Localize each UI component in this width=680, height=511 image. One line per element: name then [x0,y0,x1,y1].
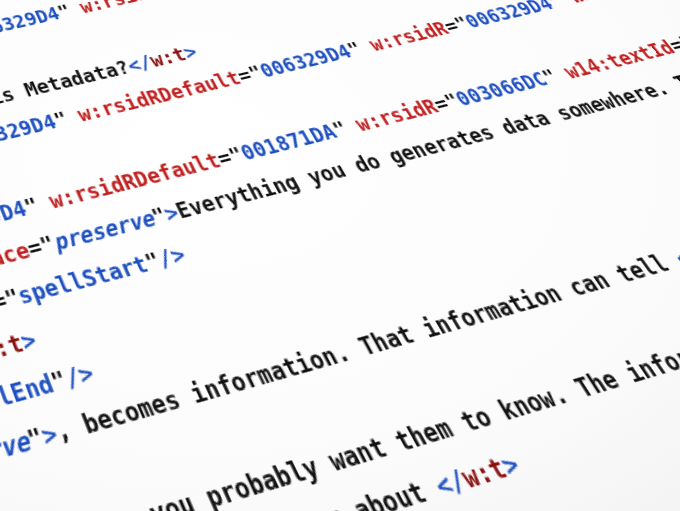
xml-code-3d-view: adata Do?</w:t> "006329D4" soft Document… [0,0,680,511]
code-surface: adata Do?</w:t> "006329D4" soft Document… [0,0,680,511]
